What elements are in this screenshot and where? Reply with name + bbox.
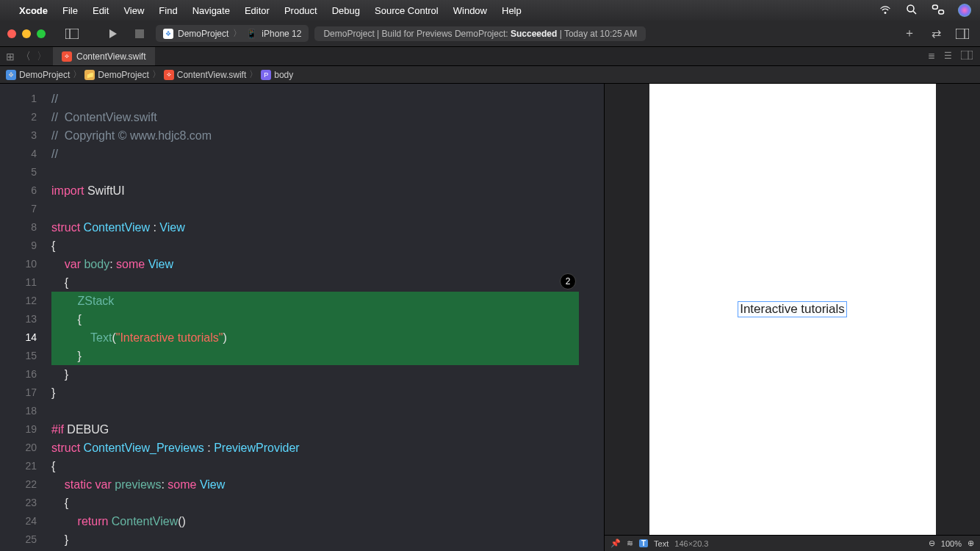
line-number-gutter: 1234567891011121314151617181920212223242… xyxy=(0,84,44,549)
svg-rect-10 xyxy=(961,51,973,60)
stack-icon[interactable]: ≋ xyxy=(627,539,633,548)
swift-file-icon: ⟡ xyxy=(62,51,72,62)
menu-navigate[interactable]: Navigate xyxy=(192,5,230,16)
editor-options-icon[interactable]: ☰ xyxy=(944,51,952,62)
siri-icon[interactable] xyxy=(958,4,971,17)
scheme-project: DemoProject xyxy=(178,29,228,39)
editor-area: 1234567891011121314151617181920212223242… xyxy=(0,84,980,551)
window-toolbar: ❖ DemoProject 〉 📱 iPhone 12 DemoProject … xyxy=(0,21,980,47)
crumb-project[interactable]: ❖DemoProject xyxy=(6,70,70,80)
svg-rect-3 xyxy=(939,10,944,13)
stop-button[interactable] xyxy=(129,25,150,43)
app-name[interactable]: Xcode xyxy=(19,5,48,16)
svg-rect-4 xyxy=(65,29,79,39)
adjust-editor-icon[interactable] xyxy=(961,51,973,62)
close-button[interactable] xyxy=(7,29,16,38)
tab-contentview[interactable]: ⟡ ContentView.swift xyxy=(53,47,155,65)
menu-edit[interactable]: Edit xyxy=(93,5,109,16)
run-button[interactable] xyxy=(103,25,123,43)
tab-bar: ⊞ 〈 〉 ⟡ ContentView.swift ≣ ☰ xyxy=(0,47,980,66)
zoom-in-icon[interactable]: ⊕ xyxy=(968,539,974,548)
status-prefix: DemoProject | Build for Previews DemoPro… xyxy=(323,29,511,39)
menu-editor[interactable]: Editor xyxy=(245,5,270,16)
element-type: Text xyxy=(654,539,669,548)
window-controls xyxy=(7,29,46,38)
related-items-icon[interactable]: ⊞ xyxy=(6,51,15,62)
svg-marker-6 xyxy=(109,29,117,38)
scheme-selector[interactable]: ❖ DemoProject 〉 📱 iPhone 12 xyxy=(156,25,309,42)
preview-pane: Interactive tutorials 📌 ≋ T Text 146×20.… xyxy=(604,84,980,551)
sidebar-toggle-icon[interactable] xyxy=(62,25,82,43)
preview-status-bar: 📌 ≋ T Text 146×20.3 ⊖ 100% ⊕ xyxy=(605,535,980,551)
build-status[interactable]: DemoProject | Build for Previews DemoPro… xyxy=(314,26,646,41)
minimap-icon[interactable]: ≣ xyxy=(928,51,935,62)
scheme-device: iPhone 12 xyxy=(262,29,301,39)
zoom-button[interactable] xyxy=(37,29,46,38)
menu-debug[interactable]: Debug xyxy=(332,5,360,16)
wifi-icon[interactable] xyxy=(879,3,892,18)
status-time: | Today at 10:25 AM xyxy=(557,29,637,39)
diagnostic-badge[interactable]: 2 xyxy=(560,273,576,289)
preview-text-element[interactable]: Interactive tutorials xyxy=(738,301,847,317)
inspector-toggle-icon[interactable] xyxy=(952,25,973,43)
crumb-folder[interactable]: 📁DemoProject xyxy=(84,70,148,80)
xcode-window: ❖ DemoProject 〉 📱 iPhone 12 DemoProject … xyxy=(0,21,980,551)
canvas-area[interactable]: Interactive tutorials xyxy=(605,84,980,535)
nav-forward-icon[interactable]: 〉 xyxy=(37,50,47,63)
menu-product[interactable]: Product xyxy=(284,5,317,16)
library-icon[interactable]: ⇄ xyxy=(926,25,946,43)
svg-line-1 xyxy=(913,11,916,14)
pin-icon[interactable]: 📌 xyxy=(610,539,621,548)
add-icon[interactable]: ＋ xyxy=(899,25,920,43)
crumb-symbol[interactable]: Pbody xyxy=(261,70,293,80)
zoom-level[interactable]: 100% xyxy=(941,539,962,548)
menu-source-control[interactable]: Source Control xyxy=(375,5,439,16)
svg-point-0 xyxy=(907,5,914,12)
element-size: 146×20.3 xyxy=(674,539,708,548)
menu-find[interactable]: Find xyxy=(159,5,177,16)
svg-rect-7 xyxy=(135,29,144,38)
svg-rect-2 xyxy=(933,5,938,9)
spotlight-icon[interactable] xyxy=(905,3,918,18)
code-editor[interactable]: 1234567891011121314151617181920212223242… xyxy=(0,84,604,551)
breadcrumb-bar: ❖DemoProject 〉 📁DemoProject 〉 ⟡ContentVi… xyxy=(0,66,980,84)
minimize-button[interactable] xyxy=(22,29,31,38)
menu-help[interactable]: Help xyxy=(502,5,522,16)
control-center-icon[interactable] xyxy=(932,3,945,18)
zoom-out-icon[interactable]: ⊖ xyxy=(929,539,935,548)
tab-label: ContentView.swift xyxy=(76,51,146,62)
svg-rect-8 xyxy=(956,29,969,39)
menu-window[interactable]: Window xyxy=(453,5,487,16)
menu-view[interactable]: View xyxy=(123,5,144,16)
text-badge: T xyxy=(639,539,648,547)
crumb-file[interactable]: ⟡ContentView.swift xyxy=(164,70,247,80)
nav-back-icon[interactable]: 〈 xyxy=(18,50,34,63)
status-result: Succeeded xyxy=(511,29,557,39)
device-canvas: Interactive tutorials xyxy=(649,84,936,535)
menu-file[interactable]: File xyxy=(62,5,78,16)
macos-menubar: Xcode File Edit View Find Navigate Edito… xyxy=(0,0,980,21)
